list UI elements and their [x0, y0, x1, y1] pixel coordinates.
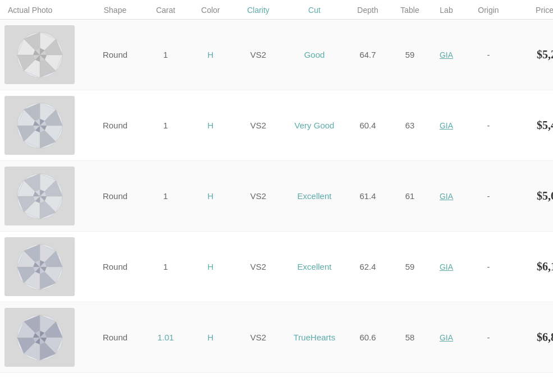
- cell-depth: 60.4: [345, 121, 390, 130]
- cell-depth: 62.4: [345, 262, 390, 271]
- gia-link[interactable]: GIA: [440, 192, 453, 201]
- header-lab: Lab: [429, 6, 463, 15]
- cell-shape: Round: [87, 262, 143, 271]
- header-cut: Cut: [284, 6, 345, 15]
- diamond-photo-cell[interactable]: [0, 167, 87, 225]
- header-origin: Origin: [463, 6, 514, 15]
- cell-depth: 61.4: [345, 191, 390, 201]
- cell-carat: 1: [143, 262, 188, 271]
- header-price: Price: [514, 6, 553, 15]
- cell-lab[interactable]: GIA: [429, 50, 463, 59]
- cell-cut: Very Good: [284, 121, 345, 130]
- cell-carat: 1: [143, 191, 188, 201]
- cell-table: 59: [390, 262, 429, 271]
- table-row: Round 1 H VS2 Good 64.7 59 GIA - $5,240: [0, 20, 553, 90]
- diamond-image[interactable]: [4, 96, 75, 155]
- diamond-image[interactable]: [4, 25, 75, 84]
- cell-price: $5,670: [514, 190, 553, 202]
- cell-carat: 1.01: [143, 333, 188, 342]
- cell-price: $6,850: [514, 331, 553, 344]
- cell-price: $5,240: [514, 48, 553, 61]
- cell-color: H: [188, 262, 233, 271]
- diamond-photo-cell[interactable]: [0, 25, 87, 84]
- diamond-photo-cell[interactable]: [0, 308, 87, 367]
- cell-cut: Excellent: [284, 262, 345, 271]
- header-table: Table: [390, 6, 429, 15]
- cell-color: H: [188, 191, 233, 201]
- cell-table: 59: [390, 50, 429, 59]
- header-clarity: Clarity: [233, 6, 284, 15]
- cell-cut: Good: [284, 50, 345, 59]
- diamond-table: Actual Photo Shape Carat Color Clarity C…: [0, 0, 553, 373]
- gia-link[interactable]: GIA: [440, 333, 453, 342]
- table-row: Round 1.01 H VS2 TrueHearts 60.6 58 GIA …: [0, 302, 553, 373]
- cell-shape: Round: [87, 121, 143, 130]
- header-shape: Shape: [87, 6, 143, 15]
- gia-link[interactable]: GIA: [440, 121, 453, 130]
- table-row: Round 1 H VS2 Excellent 62.4 59 GIA - $6…: [0, 232, 553, 302]
- diamond-photo-cell[interactable]: [0, 96, 87, 155]
- table-row: Round 1 H VS2 Excellent 61.4 61 GIA - $5…: [0, 161, 553, 232]
- diamond-photo-cell[interactable]: [0, 237, 87, 296]
- cell-cut: Excellent: [284, 191, 345, 201]
- cell-origin: -: [463, 333, 514, 342]
- cell-table: 58: [390, 333, 429, 342]
- cell-table: 63: [390, 121, 429, 130]
- cell-clarity: VS2: [233, 121, 284, 130]
- header-depth: Depth: [345, 6, 390, 15]
- cell-carat: 1: [143, 50, 188, 59]
- cell-shape: Round: [87, 333, 143, 342]
- header-color: Color: [188, 6, 233, 15]
- header-carat: Carat: [143, 6, 188, 15]
- cell-origin: -: [463, 121, 514, 130]
- cell-table: 61: [390, 191, 429, 201]
- cell-color: H: [188, 121, 233, 130]
- cell-shape: Round: [87, 50, 143, 59]
- cell-depth: 60.6: [345, 333, 390, 342]
- cell-clarity: VS2: [233, 50, 284, 59]
- cell-cut: TrueHearts: [284, 333, 345, 342]
- cell-lab[interactable]: GIA: [429, 262, 463, 271]
- cell-origin: -: [463, 50, 514, 59]
- cell-origin: -: [463, 191, 514, 201]
- diamond-image[interactable]: [4, 167, 75, 225]
- cell-clarity: VS2: [233, 333, 284, 342]
- cell-shape: Round: [87, 191, 143, 201]
- cell-clarity: VS2: [233, 191, 284, 201]
- cell-clarity: VS2: [233, 262, 284, 271]
- cell-price: $6,100: [514, 260, 553, 273]
- table-body: Round 1 H VS2 Good 64.7 59 GIA - $5,240: [0, 20, 553, 373]
- table-header: Actual Photo Shape Carat Color Clarity C…: [0, 0, 553, 20]
- gia-link[interactable]: GIA: [440, 50, 453, 59]
- cell-depth: 64.7: [345, 50, 390, 59]
- header-actual-photo: Actual Photo: [0, 6, 87, 15]
- diamond-image[interactable]: [4, 308, 75, 367]
- cell-origin: -: [463, 262, 514, 271]
- cell-color: H: [188, 333, 233, 342]
- cell-price: $5,430: [514, 119, 553, 132]
- gia-link[interactable]: GIA: [440, 262, 453, 271]
- cell-color: H: [188, 50, 233, 59]
- cell-carat: 1: [143, 121, 188, 130]
- table-row: Round 1 H VS2 Very Good 60.4 63 GIA - $5…: [0, 90, 553, 161]
- cell-lab[interactable]: GIA: [429, 333, 463, 342]
- diamond-image[interactable]: [4, 237, 75, 296]
- cell-lab[interactable]: GIA: [429, 191, 463, 201]
- cell-lab[interactable]: GIA: [429, 121, 463, 130]
